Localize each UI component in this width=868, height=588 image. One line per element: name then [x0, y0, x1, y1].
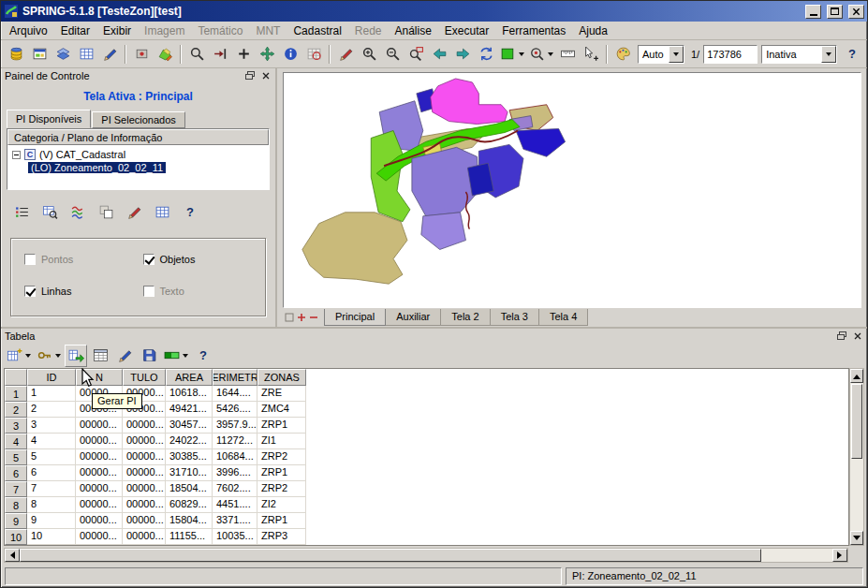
cell[interactable]: 3957.9... [213, 418, 257, 434]
layers-button[interactable] [51, 43, 74, 66]
info-button[interactable] [279, 43, 302, 66]
cell[interactable]: ZRP2 [257, 481, 306, 497]
color-ramp-button[interactable] [162, 345, 190, 367]
checkbox-linhas[interactable]: Linhas [24, 286, 134, 297]
column-header-tulo[interactable]: TULO [123, 369, 166, 386]
menu-item-executar[interactable]: Executar [438, 22, 495, 39]
cell[interactable]: 4451.... [213, 497, 257, 513]
project-window-button[interactable] [28, 43, 51, 66]
row-number[interactable]: 6 [5, 465, 27, 481]
grid-off-button[interactable] [302, 43, 325, 66]
table-row[interactable]: 4400000...00000...24022...11272...ZI1 [5, 434, 848, 449]
checkbox-pontos[interactable]: Pontos [24, 254, 134, 265]
row-number[interactable]: 8 [5, 497, 27, 513]
checkbox-box[interactable] [24, 286, 36, 297]
cell[interactable]: ZRP1 [257, 465, 306, 481]
cell[interactable]: 3 [27, 418, 76, 434]
vertical-scroll-thumb[interactable] [851, 384, 862, 459]
add-view-icon[interactable] [297, 313, 306, 322]
horizontal-scroll-thumb[interactable] [20, 549, 761, 562]
table-row[interactable]: 5500000...00000...30385...10684...ZRP2 [5, 449, 848, 465]
palette-button[interactable] [611, 43, 634, 66]
menu-item-mnt[interactable]: MNT [249, 22, 287, 39]
cell[interactable]: ZI2 [257, 497, 306, 513]
menu-item-tematico[interactable]: Temático [191, 22, 249, 39]
cell[interactable]: 00000... [123, 497, 166, 513]
checkbox-box[interactable] [143, 254, 154, 265]
row-number[interactable]: 5 [5, 449, 27, 465]
attr-query-button[interactable] [38, 201, 61, 223]
forward-button[interactable] [451, 43, 474, 66]
help-button[interactable]: ? [192, 345, 214, 367]
measure-button[interactable] [556, 43, 579, 66]
table-row[interactable]: 9900000...00000...15804...3371....ZRP1 [5, 513, 848, 529]
cell[interactable]: 00000... [123, 465, 166, 481]
column-header-zonas[interactable]: ZONAS [257, 369, 306, 386]
zoom-in-button[interactable] [358, 43, 380, 66]
grid-view-button[interactable] [75, 43, 97, 66]
cell[interactable]: 15804... [166, 513, 213, 529]
cell[interactable]: 6 [27, 465, 76, 481]
cell[interactable]: 11272... [213, 434, 257, 449]
cell[interactable]: ZRP2 [257, 449, 306, 465]
attribute-table-button[interactable] [151, 201, 173, 223]
scroll-down-button[interactable] [850, 531, 863, 545]
edit-cells-button[interactable] [113, 345, 136, 367]
cell[interactable]: 1644.... [213, 386, 257, 402]
scroll-right-button[interactable] [832, 549, 847, 562]
map-canvas[interactable] [283, 72, 861, 308]
row-number[interactable]: 4 [5, 434, 27, 449]
help-button[interactable]: ? [841, 43, 863, 66]
tree-child-label[interactable]: (LO) Zoneamento_02_02_11 [28, 162, 166, 173]
cell[interactable]: 00000... [123, 529, 166, 545]
database-button[interactable] [5, 43, 27, 66]
view-tab-tela-2[interactable]: Tela 2 [440, 309, 490, 326]
cell[interactable]: 30385... [166, 449, 213, 465]
pencil-red-small-button[interactable] [123, 201, 145, 223]
view-tab-auxiliar[interactable]: Auxiliar [385, 309, 441, 326]
cell[interactable]: 49421... [166, 402, 213, 418]
table-row[interactable]: 3300000...00000...30457...3957.9...ZRP1 [5, 418, 848, 434]
cell[interactable]: 00000... [123, 513, 166, 529]
register-button[interactable] [130, 43, 153, 66]
snap-line-button[interactable] [209, 43, 231, 66]
tab-pi-selecionados[interactable]: PI Selecionados [92, 111, 185, 128]
close-panel-button[interactable] [259, 70, 272, 81]
cell[interactable]: 24022... [166, 434, 213, 449]
table-plus-button[interactable] [5, 345, 33, 367]
fill-color-button[interactable] [498, 43, 526, 66]
menu-item-exibir[interactable]: Exibir [96, 22, 138, 39]
menu-item-ferramentas[interactable]: Ferramentas [495, 22, 572, 39]
checkbox-box[interactable] [143, 286, 154, 297]
menu-item-cadastral[interactable]: Cadastral [287, 22, 347, 39]
cell[interactable]: ZMC4 [257, 402, 306, 418]
cell[interactable]: 00000... [76, 481, 123, 497]
cell[interactable]: ZRP1 [257, 513, 306, 529]
cell[interactable]: 7 [27, 481, 76, 497]
menu-item-arquivo[interactable]: Arquivo [3, 22, 54, 39]
cell[interactable]: 2 [27, 402, 76, 418]
menu-item-imagem[interactable]: Imagem [138, 22, 191, 39]
help-button[interactable]: ? [179, 201, 201, 223]
cell[interactable]: 60829... [166, 497, 213, 513]
column-header-area[interactable]: AREA [166, 369, 213, 386]
remove-view-icon[interactable] [309, 313, 318, 322]
table-row[interactable]: 8800000...00000...60829...4451....ZI2 [5, 497, 848, 513]
scale-input[interactable] [703, 45, 758, 64]
cell[interactable]: 31710... [166, 465, 213, 481]
tab-pi-disponiveis[interactable]: PI Disponíveis [7, 110, 91, 128]
mode-combo[interactable]: Inativa [761, 45, 837, 64]
column-header-erimetr[interactable]: ERIMETR [213, 369, 257, 386]
menu-item-ajuda[interactable]: Ajuda [572, 22, 614, 39]
cell[interactable]: ZRE [257, 386, 306, 402]
cell[interactable]: 00000... [76, 513, 123, 529]
tree-root-row[interactable]: C (V) CAT_Cadastral [7, 145, 269, 160]
cell[interactable]: 00000... [76, 497, 123, 513]
cell[interactable]: 7602.... [213, 481, 257, 497]
generate-pi-button[interactable] [65, 345, 87, 367]
scroll-left-button[interactable] [5, 549, 20, 562]
view-tab-tela-4[interactable]: Tela 4 [538, 309, 588, 326]
cell[interactable]: 5 [27, 449, 76, 465]
menu-item-editar[interactable]: Editar [54, 22, 96, 39]
row-number[interactable]: 3 [5, 418, 27, 434]
